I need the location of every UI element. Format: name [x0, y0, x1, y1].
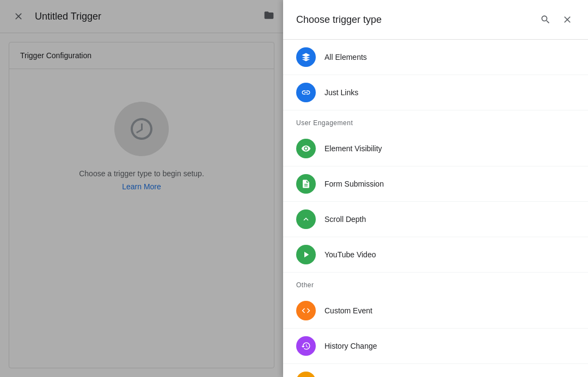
- custom-event-label: Custom Event: [324, 306, 372, 315]
- list-item[interactable]: Scroll Depth: [283, 202, 588, 237]
- scroll-depth-label: Scroll Depth: [324, 215, 366, 224]
- drawer-header: Choose trigger type: [283, 0, 588, 40]
- drawer-content: All Elements Just Links User Engagement …: [283, 40, 588, 377]
- all-elements-label: All Elements: [324, 53, 367, 61]
- list-item[interactable]: Just Links: [283, 75, 588, 110]
- search-button[interactable]: [536, 10, 555, 29]
- list-item[interactable]: All Elements: [283, 40, 588, 75]
- element-visibility-icon: [296, 139, 316, 158]
- youtube-video-icon: [296, 245, 316, 264]
- form-submission-icon: [296, 174, 316, 194]
- list-item[interactable]: YouTube Video: [283, 237, 588, 273]
- drawer-header-actions: [536, 10, 577, 29]
- list-item[interactable]: History Change: [283, 329, 588, 364]
- user-engagement-section-label: User Engagement: [283, 110, 588, 131]
- custom-event-icon: [296, 301, 316, 320]
- trigger-type-drawer: Choose trigger type All Elements: [283, 0, 588, 377]
- history-change-icon: [296, 336, 316, 356]
- all-elements-icon: [296, 47, 316, 67]
- javascript-error-icon: [296, 372, 316, 377]
- history-change-label: History Change: [324, 342, 377, 350]
- youtube-video-label: YouTube Video: [324, 250, 376, 259]
- list-item[interactable]: Element Visibility: [283, 131, 588, 166]
- drawer-close-button[interactable]: [558, 10, 577, 29]
- just-links-label: Just Links: [324, 88, 358, 97]
- list-item[interactable]: Custom Event: [283, 293, 588, 329]
- drawer-title: Choose trigger type: [296, 14, 382, 26]
- list-item[interactable]: Form Submission: [283, 166, 588, 202]
- just-links-icon: [296, 83, 316, 102]
- element-visibility-label: Element Visibility: [324, 144, 382, 153]
- scroll-depth-icon: [296, 209, 316, 229]
- form-submission-label: Form Submission: [324, 180, 384, 188]
- other-section-label: Other: [283, 273, 588, 293]
- list-item[interactable]: Javascript Error: [283, 364, 588, 377]
